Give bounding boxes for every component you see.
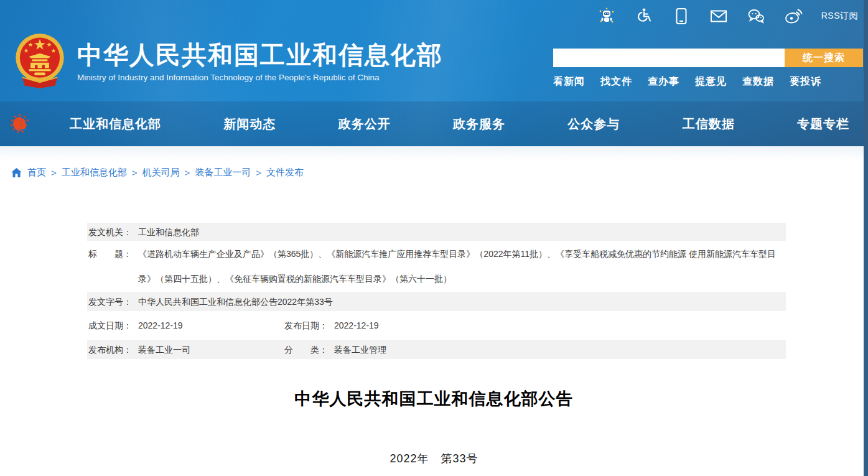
- announcement-title: 中华人民共和国工业和信息化部公告: [0, 388, 868, 410]
- header-main: 中华人民共和国工业和信息化部 Ministry of Industry and …: [0, 32, 868, 101]
- nav-item[interactable]: 公众参与: [567, 116, 620, 133]
- meta-row: 发文字号：中华人民共和国工业和信息化部公告2022年第33号: [87, 292, 786, 311]
- meta-cell: 发布机构：装备工业一司: [88, 340, 284, 359]
- main-nav: 工业和信息化部新闻动态政务公开政务服务公众参与工信数据专题专栏: [0, 101, 868, 146]
- meta-value: 2022-12-19: [138, 316, 284, 335]
- unified-search-button[interactable]: 统一搜索: [785, 49, 863, 67]
- document-meta-table: 发文机关：工业和信息化部标 题：《道路机动车辆生产企业及产品》（第365批）、《…: [87, 223, 786, 359]
- quick-links: 看新闻找文件查办事提意见查数据要投诉: [553, 75, 863, 88]
- site-title-english: Ministry of Industry and Information Tec…: [77, 73, 443, 82]
- meta-label: 成文日期：: [88, 316, 138, 335]
- meta-cell: 发文字号：中华人民共和国工业和信息化部公告2022年第33号: [88, 292, 786, 311]
- mobile-icon[interactable]: [672, 7, 691, 26]
- rss-subscribe-link[interactable]: RSS订阅: [821, 11, 858, 22]
- meta-row: 发布机构：装备工业一司分 类：装备工业管理: [87, 340, 786, 359]
- mail-icon[interactable]: [709, 7, 728, 26]
- nav-item[interactable]: 工信数据: [683, 116, 735, 133]
- meta-label: 发文字号：: [88, 292, 138, 311]
- search-input[interactable]: [553, 49, 785, 67]
- quick-link[interactable]: 提意见: [695, 75, 727, 88]
- meta-cell: 发文机关：工业和信息化部: [88, 223, 786, 241]
- nav-item[interactable]: 政务公开: [338, 116, 391, 133]
- wechat-icon[interactable]: [747, 7, 765, 26]
- accessibility-icon[interactable]: [635, 7, 653, 26]
- brand: 中华人民共和国工业和信息化部 Ministry of Industry and …: [12, 31, 443, 91]
- miit-e-logo-icon: [9, 113, 31, 135]
- nav-item[interactable]: 专题专栏: [797, 116, 849, 133]
- nav-item[interactable]: 政务服务: [453, 116, 505, 133]
- meta-label: 标 题：: [88, 241, 138, 291]
- quick-link[interactable]: 看新闻: [553, 75, 585, 88]
- meta-value: 2022-12-19: [334, 316, 786, 335]
- meta-label: 发文机关：: [88, 223, 138, 241]
- header-shadow: [0, 146, 868, 163]
- meta-value: 装备工业管理: [334, 340, 786, 359]
- search-area: 统一搜索 看新闻找文件查办事提意见查数据要投诉: [553, 49, 863, 88]
- scrollbar[interactable]: [864, 0, 868, 476]
- national-emblem-logo: [12, 31, 67, 91]
- home-icon[interactable]: [11, 168, 22, 177]
- nav-item[interactable]: 新闻动态: [223, 116, 276, 133]
- document-page: 发文机关：工业和信息化部标 题：《道路机动车辆生产企业及产品》（第365批）、《…: [0, 223, 868, 466]
- quick-link[interactable]: 查数据: [742, 75, 774, 88]
- meta-label: 分 类：: [284, 340, 334, 359]
- meta-row: 发文机关：工业和信息化部: [87, 223, 786, 241]
- quick-link[interactable]: 找文件: [600, 75, 632, 88]
- meta-cell: 标 题：《道路机动车辆生产企业及产品》（第365批）、《新能源汽车推广应用推荐车…: [88, 241, 786, 291]
- site-header: RSS订阅: [0, 0, 868, 146]
- meta-value: 《道路机动车辆生产企业及产品》（第365批）、《新能源汽车推广应用推荐车型目录》…: [138, 241, 786, 291]
- breadcrumb-item[interactable]: 文件发布: [266, 167, 304, 179]
- site-title: 中华人民共和国工业和信息化部: [77, 40, 443, 69]
- nav-item[interactable]: 工业和信息化部: [70, 116, 161, 133]
- meta-label: 发布机构：: [88, 340, 138, 359]
- meta-cell: 分 类：装备工业管理: [284, 340, 786, 359]
- breadcrumb-separator: >: [132, 167, 138, 178]
- breadcrumb-item[interactable]: 装备工业一司: [195, 167, 251, 179]
- announcement-issue-number: 2022年 第33号: [0, 451, 868, 466]
- breadcrumb-separator: >: [256, 167, 261, 178]
- topbar: RSS订阅: [0, 0, 868, 32]
- meta-label: 发布日期：: [284, 316, 334, 335]
- weibo-icon[interactable]: [784, 7, 803, 26]
- breadcrumb-item[interactable]: 机关司局: [142, 167, 180, 179]
- breadcrumb: 首页>工业和信息化部>机关司局>装备工业一司>文件发布: [0, 163, 868, 179]
- meta-value: 装备工业一司: [138, 340, 284, 359]
- mascot-robot-icon[interactable]: [597, 7, 616, 26]
- brand-text: 中华人民共和国工业和信息化部 Ministry of Industry and …: [77, 40, 443, 82]
- quick-link[interactable]: 查办事: [648, 75, 679, 88]
- meta-value: 工业和信息化部: [138, 223, 786, 241]
- breadcrumb-item[interactable]: 首页: [27, 167, 46, 179]
- quick-link[interactable]: 要投诉: [790, 75, 821, 88]
- breadcrumb-separator: >: [51, 167, 57, 178]
- breadcrumb-separator: >: [185, 167, 190, 178]
- meta-cell: 发布日期：2022-12-19: [284, 316, 786, 335]
- meta-row: 成文日期：2022-12-19发布日期：2022-12-19: [87, 311, 786, 340]
- meta-cell: 成文日期：2022-12-19: [88, 316, 284, 335]
- meta-row: 标 题：《道路机动车辆生产企业及产品》（第365批）、《新能源汽车推广应用推荐车…: [87, 241, 786, 292]
- meta-value: 中华人民共和国工业和信息化部公告2022年第33号: [138, 292, 786, 311]
- breadcrumb-item[interactable]: 工业和信息化部: [62, 167, 127, 179]
